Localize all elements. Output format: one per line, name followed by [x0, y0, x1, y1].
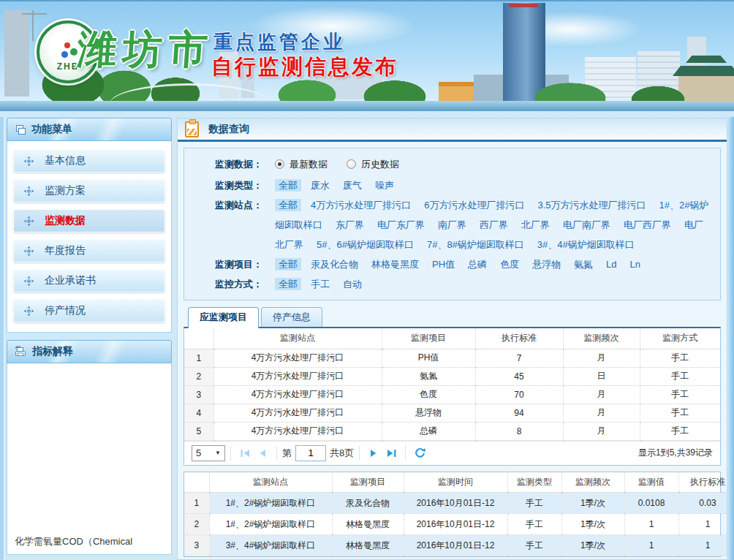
filter-option[interactable]: 氨氮 [570, 258, 597, 270]
sidebar-menu-item[interactable]: 年度报告 [13, 239, 165, 262]
separator [405, 446, 406, 461]
cell-standard: 1 [678, 535, 727, 556]
filter-label: 监测项目： [215, 254, 268, 274]
page-number-input[interactable] [295, 445, 326, 461]
next-page-icon[interactable] [365, 445, 382, 461]
filter-option[interactable]: 手工 [307, 278, 333, 290]
tab[interactable]: 停产信息 [261, 307, 322, 327]
filter-option[interactable]: 电厂西厂界 [620, 219, 675, 231]
compass-icon [23, 216, 34, 227]
filter-option[interactable]: 电厂南厂界 [559, 219, 614, 231]
sidebar-menu-item-label: 企业承诺书 [45, 274, 96, 287]
filter-row-monitor-data: 监测数据： 最新数据历史数据 [193, 154, 711, 175]
table-body: 1 4万方污水处理厂排污口 PH值 7 月 手工 2 4万方污水处理厂排污口 氨… [184, 349, 720, 440]
last-page-icon[interactable] [382, 445, 400, 461]
cell-station: 4万方污水处理厂排污口 [213, 367, 382, 385]
filter-option[interactable]: 东厂界 [332, 219, 368, 231]
tab[interactable]: 应监测项目 [188, 307, 259, 328]
prev-page-icon[interactable] [254, 445, 271, 461]
cell-item: 总磷 [382, 422, 475, 440]
table-row: 1 1#、2#锅炉烟囱取样口 汞及化合物 2016年10月01日-12 手工 1… [184, 493, 727, 514]
sidebar-menu-header: 功能菜单 [7, 118, 172, 141]
filter-option[interactable]: 7#、8#锅炉烟囱取样口 [423, 238, 528, 251]
filter-option[interactable]: 废水 [307, 179, 333, 192]
cell-standard: 0.03 [678, 493, 727, 514]
filter-option[interactable]: 噪声 [371, 179, 398, 192]
filter-option[interactable]: 电厂东厂界 [374, 219, 428, 231]
cell-station: 4万方污水处理厂排污口 [213, 349, 382, 367]
cell-standard: 70 [475, 385, 563, 404]
page-size-value: 5 [196, 447, 201, 458]
table-row: 3 3#、4#锅炉烟囱取样口 林格曼黑度 2016年10月01日-12 手工 1… [184, 535, 727, 556]
radio-icon[interactable] [347, 159, 356, 169]
row-number: 3 [184, 535, 209, 556]
radio-option[interactable]: 最新数据 [275, 154, 328, 174]
page-title: 数据查询 [208, 123, 249, 136]
sidebar-menu-item[interactable]: 停产情况 [13, 299, 165, 322]
filter-option[interactable]: 北厂界 [518, 219, 553, 231]
banner-city-title: 潍坊市 [75, 23, 215, 77]
cell-standard: 7 [475, 349, 563, 367]
sidebar-menu-item-label: 年度报告 [45, 244, 86, 257]
row-number: 3 [184, 385, 213, 404]
page-title-bar: 数据查询 [178, 118, 727, 142]
compass-icon [23, 186, 34, 197]
banner-subtitle-1: 重点监管企业 [213, 29, 345, 55]
cell-method: 手工 [640, 349, 720, 367]
cell-frequency: 月 [563, 404, 640, 422]
filter-row-method: 监控方式： 全部手工自动 [193, 274, 711, 294]
radio-icon[interactable] [275, 159, 284, 169]
table-row: 3 4万方污水处理厂排污口 色度 70 月 手工 [184, 385, 720, 404]
cell-value: 1 [624, 514, 678, 535]
cell-value: 0.0108 [624, 493, 678, 514]
row-number: 5 [184, 422, 213, 440]
building [509, 4, 538, 7]
filter-option[interactable]: 3#、4#锅炉烟囱取样口 [534, 238, 638, 251]
filter-option[interactable]: 总磷 [464, 258, 491, 270]
cell-standard: 94 [475, 404, 563, 422]
radio-option[interactable]: 历史数据 [347, 154, 399, 174]
sidebar-menu-item[interactable]: 监测数据 [13, 209, 165, 232]
filter-option[interactable]: Ld [602, 258, 620, 270]
filter-option[interactable]: 5#、6#锅炉烟囱取样口 [313, 238, 417, 251]
filter-option[interactable]: 3.5万方污水处理厂排污口 [534, 199, 649, 211]
row-number: 2 [184, 514, 209, 535]
cell-item: PH值 [382, 349, 475, 367]
filter-option[interactable]: 西厂界 [476, 219, 512, 231]
filter-option[interactable]: 6万方污水处理厂排污口 [420, 199, 528, 211]
sidebar-menu-item[interactable]: 监测方案 [13, 179, 165, 203]
monitor-items-panel: 监测站点监测项目执行标准监测频次监测方式 1 4万方污水处理厂排污口 PH值 7… [184, 327, 721, 466]
filter-option[interactable]: 4万方污水处理厂排污口 [307, 199, 415, 211]
sidebar-menu-item-label: 监测方案 [45, 184, 86, 197]
sidebar-menu-item-label: 基本信息 [45, 154, 86, 167]
building [22, 13, 47, 15]
filter-option[interactable]: 全部 [275, 278, 301, 290]
column-header: 监测频次 [563, 328, 640, 349]
sidebar-menu-item[interactable]: 基本信息 [13, 149, 165, 173]
first-page-icon[interactable] [236, 445, 254, 461]
filter-option[interactable]: 废气 [339, 179, 366, 192]
filter-option[interactable]: 色度 [496, 258, 523, 270]
filter-option[interactable]: 林格曼黑度 [368, 258, 423, 270]
row-number: 4 [184, 404, 213, 422]
compass-icon [23, 276, 34, 287]
cell-item: 汞及化合物 [332, 493, 404, 514]
cell-station: 1#、2#锅炉烟囱取样口 [209, 514, 332, 535]
filter-option[interactable]: 全部 [275, 199, 301, 211]
filter-option[interactable]: 汞及化合物 [307, 258, 362, 270]
column-header: 监测类型 [507, 472, 561, 493]
cell-method: 手工 [640, 367, 720, 385]
filter-option[interactable]: 悬浮物 [529, 258, 564, 270]
sidebar-menu-item[interactable]: 企业承诺书 [13, 269, 165, 292]
filter-option[interactable]: PH值 [428, 258, 458, 270]
filter-option[interactable]: 全部 [275, 258, 301, 270]
refresh-icon[interactable] [411, 445, 428, 461]
filter-row-items: 监测项目： 全部汞及化合物林格曼黑度PH值总磷色度悬浮物氨氮LdLn [193, 254, 711, 274]
filter-option[interactable]: 自动 [339, 278, 366, 290]
filter-option[interactable]: Ln [627, 258, 644, 270]
cell-station: 4万方污水处理厂排污口 [213, 404, 382, 422]
column-header: 执行标准 [475, 328, 563, 349]
filter-option[interactable]: 南厂界 [434, 219, 470, 231]
page-size-select[interactable]: 5 [192, 445, 225, 461]
filter-option[interactable]: 全部 [275, 179, 301, 192]
